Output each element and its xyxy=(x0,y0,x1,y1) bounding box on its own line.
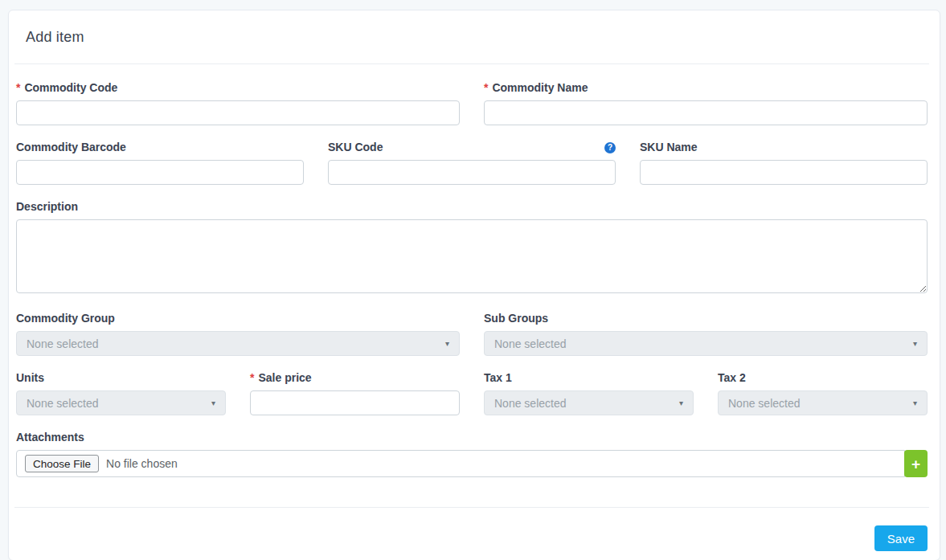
add-item-card: Add item * Commodity Code * Commodity Na… xyxy=(8,10,940,560)
attachments-label-text: Attachments xyxy=(16,431,84,444)
field-description: Description xyxy=(16,201,928,296)
field-commodity-group: Commodity Group None selected ▾ xyxy=(16,313,460,356)
commodity-group-select[interactable]: None selected ▾ xyxy=(16,331,460,356)
tax-1-label-text: Tax 1 xyxy=(484,372,512,384)
tax-2-label: Tax 2 xyxy=(718,372,928,384)
help-icon[interactable]: ? xyxy=(604,142,616,153)
required-asterisk: * xyxy=(250,372,254,384)
sale-price-input[interactable] xyxy=(250,390,460,415)
sku-code-label-text: SKU Code xyxy=(328,141,383,153)
sku-name-label: SKU Name xyxy=(640,141,928,153)
commodity-code-label: * Commodity Code xyxy=(16,82,460,94)
save-button[interactable]: Save xyxy=(874,525,928,551)
commodity-group-label: Commodity Group xyxy=(16,313,460,325)
caret-down-icon: ▾ xyxy=(211,399,215,407)
attachments-row: Choose File No file chosen + xyxy=(16,450,928,477)
required-asterisk: * xyxy=(16,82,20,94)
commodity-code-input[interactable] xyxy=(16,100,460,125)
commodity-name-input[interactable] xyxy=(484,100,928,125)
form-row-2: Commodity Barcode SKU Code ? SKU Name xyxy=(16,141,928,185)
commodity-barcode-input[interactable] xyxy=(16,160,304,185)
field-commodity-code: * Commodity Code xyxy=(16,82,460,125)
field-sku-code: SKU Code ? xyxy=(328,141,616,185)
description-label: Description xyxy=(16,201,928,213)
tax-2-label-text: Tax 2 xyxy=(718,372,746,384)
units-label-text: Units xyxy=(16,372,44,384)
commodity-barcode-label-text: Commodity Barcode xyxy=(16,141,126,153)
commodity-group-label-text: Commodity Group xyxy=(16,313,115,325)
add-attachment-button[interactable]: + xyxy=(904,450,928,477)
sku-code-label: SKU Code ? xyxy=(328,141,616,153)
commodity-name-label: * Commodity Name xyxy=(484,82,928,94)
field-units: Units None selected ▾ xyxy=(16,372,226,415)
choose-file-button[interactable]: Choose File xyxy=(25,455,99,472)
tax-2-select[interactable]: None selected ▾ xyxy=(718,390,928,415)
description-textarea[interactable] xyxy=(16,219,928,293)
caret-down-icon: ▾ xyxy=(913,340,917,348)
field-sub-groups: Sub Groups None selected ▾ xyxy=(484,313,928,356)
sku-name-label-text: SKU Name xyxy=(640,141,698,153)
units-label: Units xyxy=(16,372,226,384)
sale-price-label: * Sale price xyxy=(250,372,460,384)
card-footer: Save xyxy=(9,508,940,560)
field-commodity-name: * Commodity Name xyxy=(484,82,928,125)
sku-code-input[interactable] xyxy=(328,160,616,185)
file-status-text: No file chosen xyxy=(106,457,178,470)
sub-groups-select[interactable]: None selected ▾ xyxy=(484,331,928,356)
tax-1-label: Tax 1 xyxy=(484,372,694,384)
required-asterisk: * xyxy=(484,82,488,94)
field-tax-1: Tax 1 None selected ▾ xyxy=(484,372,694,415)
field-sale-price: * Sale price xyxy=(250,372,460,415)
commodity-barcode-label: Commodity Barcode xyxy=(16,141,304,153)
form-row-3: Description xyxy=(16,201,928,296)
commodity-name-label-text: Commodity Name xyxy=(492,82,588,94)
form-row-5: Units None selected ▾ * Sale price Tax 1 xyxy=(16,372,928,415)
tax-1-select[interactable]: None selected ▾ xyxy=(484,390,694,415)
field-commodity-barcode: Commodity Barcode xyxy=(16,141,304,185)
description-label-text: Description xyxy=(16,201,78,213)
attachments-label: Attachments xyxy=(16,431,928,444)
form-row-1: * Commodity Code * Commodity Name xyxy=(16,82,928,125)
file-input[interactable]: Choose File No file chosen xyxy=(16,450,905,477)
card-header: Add item xyxy=(9,10,940,63)
sub-groups-label: Sub Groups xyxy=(484,313,928,325)
sub-groups-selected-value: None selected xyxy=(494,337,907,350)
tax-1-selected-value: None selected xyxy=(494,397,673,410)
tax-2-selected-value: None selected xyxy=(728,397,907,410)
caret-down-icon: ▾ xyxy=(913,399,917,407)
commodity-group-selected-value: None selected xyxy=(27,337,439,350)
page-title: Add item xyxy=(26,29,923,46)
add-item-form: * Commodity Code * Commodity Name Commod… xyxy=(9,64,940,477)
field-attachments: Attachments Choose File No file chosen + xyxy=(16,431,928,477)
sale-price-label-text: Sale price xyxy=(258,372,311,384)
sub-groups-label-text: Sub Groups xyxy=(484,313,548,325)
sku-name-input[interactable] xyxy=(640,160,928,185)
form-row-4: Commodity Group None selected ▾ Sub Grou… xyxy=(16,313,928,356)
units-selected-value: None selected xyxy=(27,397,205,410)
caret-down-icon: ▾ xyxy=(445,340,449,348)
field-sku-name: SKU Name xyxy=(640,141,928,185)
field-tax-2: Tax 2 None selected ▾ xyxy=(718,372,928,415)
commodity-code-label-text: Commodity Code xyxy=(24,82,117,94)
units-select[interactable]: None selected ▾ xyxy=(16,390,226,415)
caret-down-icon: ▾ xyxy=(679,399,683,407)
